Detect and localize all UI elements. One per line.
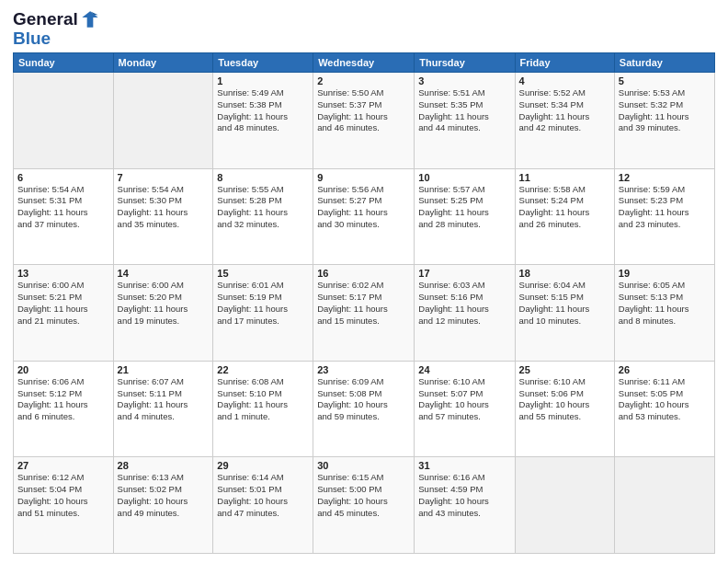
calendar-cell [14, 73, 114, 169]
calendar-cell: 28Sunrise: 6:13 AM Sunset: 5:02 PM Dayli… [113, 457, 213, 554]
calendar-week-row: 6Sunrise: 5:54 AM Sunset: 5:31 PM Daylig… [14, 168, 715, 265]
calendar-cell: 20Sunrise: 6:06 AM Sunset: 5:12 PM Dayli… [14, 361, 114, 457]
day-info: Sunrise: 6:01 AM Sunset: 5:19 PM Dayligh… [217, 280, 309, 327]
day-number: 30 [317, 460, 410, 471]
day-number: 16 [317, 268, 410, 279]
day-info: Sunrise: 6:14 AM Sunset: 5:01 PM Dayligh… [217, 472, 309, 519]
day-number: 4 [519, 75, 610, 86]
day-number: 27 [17, 460, 109, 471]
calendar-cell: 2Sunrise: 5:50 AM Sunset: 5:37 PM Daylig… [313, 73, 415, 169]
day-info: Sunrise: 6:03 AM Sunset: 5:16 PM Dayligh… [418, 280, 510, 327]
day-info: Sunrise: 5:50 AM Sunset: 5:37 PM Dayligh… [317, 87, 410, 134]
calendar-cell: 30Sunrise: 6:15 AM Sunset: 5:00 PM Dayli… [313, 457, 415, 554]
day-info: Sunrise: 5:56 AM Sunset: 5:27 PM Dayligh… [317, 184, 410, 231]
calendar-cell: 8Sunrise: 5:55 AM Sunset: 5:28 PM Daylig… [213, 168, 313, 265]
day-header-monday: Monday [113, 53, 213, 73]
day-info: Sunrise: 5:52 AM Sunset: 5:34 PM Dayligh… [519, 87, 610, 134]
calendar-cell: 6Sunrise: 5:54 AM Sunset: 5:31 PM Daylig… [14, 168, 114, 265]
day-number: 21 [118, 364, 210, 375]
day-info: Sunrise: 5:58 AM Sunset: 5:24 PM Dayligh… [519, 184, 610, 231]
calendar-cell: 27Sunrise: 6:12 AM Sunset: 5:04 PM Dayli… [14, 457, 114, 554]
calendar-cell [515, 457, 614, 554]
calendar-cell: 26Sunrise: 6:11 AM Sunset: 5:05 PM Dayli… [614, 361, 714, 457]
day-number: 12 [619, 172, 711, 183]
day-number: 20 [17, 364, 109, 375]
header: General Blue [13, 9, 715, 47]
day-number: 10 [418, 172, 510, 183]
day-number: 9 [317, 172, 410, 183]
day-number: 22 [217, 364, 309, 375]
day-number: 5 [619, 75, 711, 86]
day-header-saturday: Saturday [614, 53, 714, 73]
day-number: 3 [418, 75, 510, 86]
day-number: 13 [17, 268, 109, 279]
calendar-cell: 5Sunrise: 5:53 AM Sunset: 5:32 PM Daylig… [614, 73, 714, 169]
logo-general-text: General [13, 9, 78, 29]
day-info: Sunrise: 5:49 AM Sunset: 5:38 PM Dayligh… [217, 87, 309, 134]
calendar-cell: 29Sunrise: 6:14 AM Sunset: 5:01 PM Dayli… [213, 457, 313, 554]
calendar-cell: 1Sunrise: 5:49 AM Sunset: 5:38 PM Daylig… [213, 73, 313, 169]
calendar-cell: 17Sunrise: 6:03 AM Sunset: 5:16 PM Dayli… [415, 265, 515, 362]
day-number: 18 [519, 268, 610, 279]
calendar-week-row: 13Sunrise: 6:00 AM Sunset: 5:21 PM Dayli… [14, 265, 715, 362]
day-number: 29 [217, 460, 309, 471]
day-info: Sunrise: 6:15 AM Sunset: 5:00 PM Dayligh… [317, 472, 410, 519]
day-info: Sunrise: 6:05 AM Sunset: 5:13 PM Dayligh… [619, 280, 711, 327]
calendar-table: SundayMondayTuesdayWednesdayThursdayFrid… [13, 52, 715, 554]
day-info: Sunrise: 5:53 AM Sunset: 5:32 PM Dayligh… [619, 87, 711, 134]
calendar-cell: 3Sunrise: 5:51 AM Sunset: 5:35 PM Daylig… [415, 73, 515, 169]
day-number: 1 [217, 75, 309, 86]
calendar-cell [113, 73, 213, 169]
logo: General Blue [13, 9, 99, 47]
svg-marker-0 [82, 11, 97, 27]
calendar-week-row: 20Sunrise: 6:06 AM Sunset: 5:12 PM Dayli… [14, 361, 715, 457]
day-number: 23 [317, 364, 410, 375]
day-info: Sunrise: 6:16 AM Sunset: 4:59 PM Dayligh… [418, 472, 510, 519]
day-info: Sunrise: 6:10 AM Sunset: 5:07 PM Dayligh… [418, 376, 510, 423]
calendar-cell: 24Sunrise: 6:10 AM Sunset: 5:07 PM Dayli… [415, 361, 515, 457]
calendar-cell: 12Sunrise: 5:59 AM Sunset: 5:23 PM Dayli… [614, 168, 714, 265]
day-info: Sunrise: 5:51 AM Sunset: 5:35 PM Dayligh… [418, 87, 510, 134]
page-container: General Blue SundayMondayTuesdayWednesda… [0, 0, 728, 563]
calendar-week-row: 1Sunrise: 5:49 AM Sunset: 5:38 PM Daylig… [14, 73, 715, 169]
day-info: Sunrise: 6:00 AM Sunset: 5:21 PM Dayligh… [17, 280, 109, 327]
day-info: Sunrise: 6:02 AM Sunset: 5:17 PM Dayligh… [317, 280, 410, 327]
day-info: Sunrise: 5:59 AM Sunset: 5:23 PM Dayligh… [619, 184, 711, 231]
day-number: 6 [17, 172, 109, 183]
day-info: Sunrise: 6:13 AM Sunset: 5:02 PM Dayligh… [118, 472, 210, 519]
day-number: 15 [217, 268, 309, 279]
calendar-week-row: 27Sunrise: 6:12 AM Sunset: 5:04 PM Dayli… [14, 457, 715, 554]
calendar-cell: 31Sunrise: 6:16 AM Sunset: 4:59 PM Dayli… [415, 457, 515, 554]
logo-blue-text: Blue [13, 29, 51, 47]
day-number: 26 [619, 364, 711, 375]
day-number: 19 [619, 268, 711, 279]
calendar-cell: 13Sunrise: 6:00 AM Sunset: 5:21 PM Dayli… [14, 265, 114, 362]
day-number: 28 [118, 460, 210, 471]
day-info: Sunrise: 5:55 AM Sunset: 5:28 PM Dayligh… [217, 184, 309, 231]
calendar-cell: 23Sunrise: 6:09 AM Sunset: 5:08 PM Dayli… [313, 361, 415, 457]
day-header-sunday: Sunday [14, 53, 114, 73]
day-header-thursday: Thursday [415, 53, 515, 73]
day-info: Sunrise: 6:04 AM Sunset: 5:15 PM Dayligh… [519, 280, 610, 327]
calendar-cell: 4Sunrise: 5:52 AM Sunset: 5:34 PM Daylig… [515, 73, 614, 169]
calendar-cell: 22Sunrise: 6:08 AM Sunset: 5:10 PM Dayli… [213, 361, 313, 457]
day-info: Sunrise: 6:09 AM Sunset: 5:08 PM Dayligh… [317, 376, 410, 423]
calendar-cell: 9Sunrise: 5:56 AM Sunset: 5:27 PM Daylig… [313, 168, 415, 265]
calendar-cell: 15Sunrise: 6:01 AM Sunset: 5:19 PM Dayli… [213, 265, 313, 362]
day-number: 25 [519, 364, 610, 375]
calendar-cell: 14Sunrise: 6:00 AM Sunset: 5:20 PM Dayli… [113, 265, 213, 362]
calendar-cell: 11Sunrise: 5:58 AM Sunset: 5:24 PM Dayli… [515, 168, 614, 265]
day-header-tuesday: Tuesday [213, 53, 313, 73]
calendar-cell: 25Sunrise: 6:10 AM Sunset: 5:06 PM Dayli… [515, 361, 614, 457]
day-info: Sunrise: 6:12 AM Sunset: 5:04 PM Dayligh… [17, 472, 109, 519]
calendar-cell: 21Sunrise: 6:07 AM Sunset: 5:11 PM Dayli… [113, 361, 213, 457]
day-number: 24 [418, 364, 510, 375]
day-info: Sunrise: 6:07 AM Sunset: 5:11 PM Dayligh… [118, 376, 210, 423]
logo-bird-icon [81, 10, 99, 29]
day-number: 31 [418, 460, 510, 471]
day-number: 17 [418, 268, 510, 279]
day-header-wednesday: Wednesday [313, 53, 415, 73]
calendar-cell: 18Sunrise: 6:04 AM Sunset: 5:15 PM Dayli… [515, 265, 614, 362]
day-number: 14 [118, 268, 210, 279]
day-number: 7 [118, 172, 210, 183]
